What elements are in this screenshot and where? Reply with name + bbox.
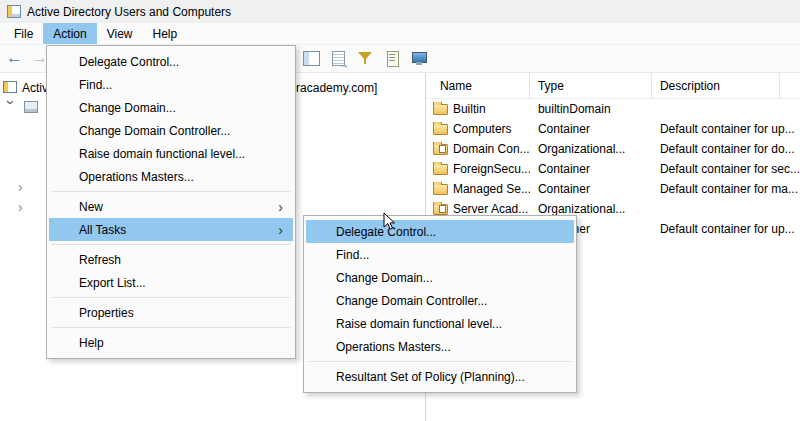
menubar-item-label: Action bbox=[53, 27, 86, 41]
menu-item-find[interactable]: Find... bbox=[49, 73, 293, 96]
menu-item-label: New bbox=[79, 200, 103, 214]
menubar-item-label: View bbox=[107, 27, 133, 41]
cell-name: Domain Con... bbox=[426, 142, 530, 156]
menu-item-help[interactable]: Help bbox=[49, 331, 293, 354]
submenu-arrow-icon bbox=[278, 201, 283, 213]
menu-item-refresh[interactable]: Refresh bbox=[49, 248, 293, 271]
menu-item-label: All Tasks bbox=[79, 223, 126, 237]
titlebar: Active Directory Users and Computers bbox=[0, 0, 800, 23]
cell-name: Server Acad... bbox=[426, 202, 530, 216]
cell-type: Container bbox=[530, 162, 652, 176]
menu-item-label: Export List... bbox=[79, 276, 146, 290]
menu-item-operations-masters[interactable]: Operations Masters... bbox=[49, 165, 293, 188]
back-icon[interactable] bbox=[6, 48, 23, 68]
menubar-item-label: File bbox=[14, 27, 33, 41]
submenu-item-label: Operations Masters... bbox=[336, 340, 451, 354]
submenu-item-label: Raise domain functional level... bbox=[336, 317, 502, 331]
menu-item-all-tasks[interactable]: All Tasks bbox=[49, 218, 293, 241]
object-name: Computers bbox=[453, 122, 512, 136]
object-name: Builtin bbox=[453, 102, 486, 116]
cell-description: Default container for up... bbox=[652, 222, 800, 236]
menu-item-label: Raise domain functional level... bbox=[79, 147, 245, 161]
chevron-expanded-icon[interactable] bbox=[2, 100, 18, 112]
submenu-item-raise-domain-functional-level[interactable]: Raise domain functional level... bbox=[306, 312, 574, 335]
menu-item-new[interactable]: New bbox=[49, 195, 293, 218]
toolbar-nav-group bbox=[6, 48, 48, 68]
menubar-file[interactable]: File bbox=[4, 23, 43, 44]
chevron-collapsed-icon[interactable] bbox=[18, 200, 30, 216]
menubar-action[interactable]: Action bbox=[43, 23, 96, 44]
menu-item-label: Change Domain Controller... bbox=[79, 124, 230, 138]
menu-separator bbox=[51, 297, 291, 298]
cell-name: Builtin bbox=[426, 102, 530, 116]
list-row[interactable]: Builtin builtinDomain bbox=[426, 99, 800, 119]
cell-description: Default container for do... bbox=[652, 142, 800, 156]
container-icon bbox=[433, 184, 448, 195]
submenu-item-operations-masters[interactable]: Operations Masters... bbox=[306, 335, 574, 358]
menu-item-raise-domain-functional-level[interactable]: Raise domain functional level... bbox=[49, 142, 293, 165]
aduc-app-icon bbox=[7, 5, 21, 18]
container-icon bbox=[433, 164, 448, 175]
list-row[interactable]: Domain Con... Organizational... Default … bbox=[426, 139, 800, 159]
menu-item-label: Delegate Control... bbox=[79, 55, 179, 69]
column-header[interactable]: Type bbox=[530, 73, 652, 99]
menu-item-change-domain-controller[interactable]: Change Domain Controller... bbox=[49, 119, 293, 142]
menu-item-label: Properties bbox=[79, 306, 134, 320]
menubar-view[interactable]: View bbox=[97, 23, 143, 44]
list-row[interactable]: Managed Se... Container Default containe… bbox=[426, 179, 800, 199]
cell-type: Organizational... bbox=[530, 142, 652, 156]
computer-icon[interactable] bbox=[410, 50, 428, 66]
menu-item-label: Operations Masters... bbox=[79, 170, 194, 184]
menubar-help[interactable]: Help bbox=[143, 23, 188, 44]
menu-item-label: Refresh bbox=[79, 253, 121, 267]
cell-type: Container bbox=[530, 182, 652, 196]
all-tasks-submenu: Delegate Control... Find... Change Domai… bbox=[303, 215, 577, 393]
column-header[interactable]: Description bbox=[652, 73, 780, 99]
menubar: File Action View Help bbox=[0, 23, 800, 45]
submenu-item-find[interactable]: Find... bbox=[306, 243, 574, 266]
action-menu: Delegate Control... Find... Change Domai… bbox=[46, 45, 296, 359]
column-header[interactable]: Name bbox=[426, 73, 530, 99]
chevron-collapsed-icon[interactable] bbox=[18, 180, 30, 196]
list-row[interactable]: Computers Container Default container fo… bbox=[426, 119, 800, 139]
object-name: Domain Con... bbox=[453, 142, 530, 156]
menu-item-label: Find... bbox=[79, 78, 112, 92]
submenu-item-resultant-set-of-policy-planning[interactable]: Resultant Set of Policy (Planning)... bbox=[306, 365, 574, 388]
submenu-item-delegate-control[interactable]: Delegate Control... bbox=[306, 220, 574, 243]
console-tree-icon[interactable] bbox=[302, 50, 320, 66]
ou-icon bbox=[433, 204, 448, 215]
object-name: Server Acad... bbox=[453, 202, 528, 216]
submenu-item-label: Find... bbox=[336, 248, 369, 262]
list-header: NameTypeDescription bbox=[426, 73, 800, 99]
submenu-item-label: Change Domain Controller... bbox=[336, 294, 487, 308]
cell-name: Managed Se... bbox=[426, 182, 530, 196]
menu-item-label: Change Domain... bbox=[79, 101, 176, 115]
list-row[interactable]: ForeignSecu... Container Default contain… bbox=[426, 159, 800, 179]
submenu-item-change-domain[interactable]: Change Domain... bbox=[306, 266, 574, 289]
container-icon bbox=[433, 124, 448, 135]
menu-item-delegate-control[interactable]: Delegate Control... bbox=[49, 50, 293, 73]
submenu-item-label: Change Domain... bbox=[336, 271, 433, 285]
console-root-icon bbox=[3, 81, 17, 93]
filter-icon[interactable] bbox=[356, 50, 374, 66]
container-icon bbox=[433, 104, 448, 115]
object-name: ForeignSecu... bbox=[453, 162, 530, 176]
cell-type: Organizational... bbox=[530, 202, 652, 216]
cell-type: builtinDomain bbox=[530, 102, 652, 116]
window-title: Active Directory Users and Computers bbox=[27, 5, 231, 19]
menu-separator bbox=[308, 361, 572, 362]
submenu-item-label: Resultant Set of Policy (Planning)... bbox=[336, 370, 525, 384]
cell-description: Default container for ma... bbox=[652, 182, 800, 196]
aduc-window: Active Directory Users and Computers Fil… bbox=[0, 0, 800, 421]
menu-item-export-list[interactable]: Export List... bbox=[49, 271, 293, 294]
menu-item-properties[interactable]: Properties bbox=[49, 301, 293, 324]
export-list-icon[interactable] bbox=[329, 50, 347, 66]
submenu-arrow-icon bbox=[278, 224, 283, 236]
menu-item-change-domain[interactable]: Change Domain... bbox=[49, 96, 293, 119]
menu-separator bbox=[51, 191, 291, 192]
script-icon[interactable] bbox=[383, 50, 401, 66]
cell-name: Computers bbox=[426, 122, 530, 136]
cell-name: ForeignSecu... bbox=[426, 162, 530, 176]
cell-description: Default container for up... bbox=[652, 122, 800, 136]
submenu-item-change-domain-controller[interactable]: Change Domain Controller... bbox=[306, 289, 574, 312]
